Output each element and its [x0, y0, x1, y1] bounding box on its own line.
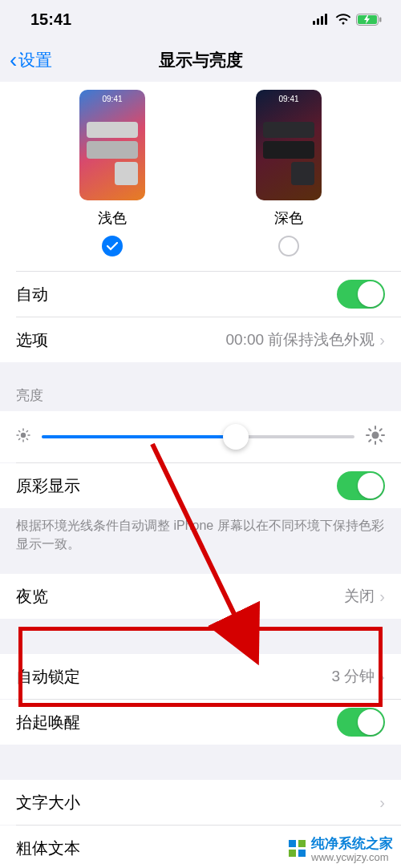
sun-large-icon	[366, 426, 385, 448]
true-tone-row: 原彩显示	[0, 463, 401, 508]
theme-row: 09:41 浅色 09:41 深色	[0, 82, 401, 271]
chevron-right-icon: ›	[379, 587, 385, 606]
watermark-url: www.ycwjzy.com	[311, 851, 393, 863]
svg-line-12	[19, 431, 20, 432]
svg-line-13	[26, 438, 27, 439]
brightness-header: 亮度	[0, 362, 401, 411]
wifi-icon	[335, 14, 351, 25]
true-tone-label: 原彩显示	[16, 475, 80, 497]
svg-rect-26	[289, 840, 296, 847]
nav-bar: ‹ 设置 显示与亮度	[0, 38, 401, 82]
chevron-right-icon: ›	[379, 793, 385, 812]
appearance-options-label: 选项	[16, 329, 48, 351]
sun-small-icon	[16, 428, 30, 446]
brightness-slider[interactable]	[42, 435, 354, 438]
status-right	[313, 14, 382, 26]
svg-rect-1	[317, 18, 319, 25]
battery-charging-icon	[356, 14, 382, 26]
true-tone-footer: 根据环境光线条件自动调整 iPhone 屏幕以在不同环境下保持色彩显示一致。	[0, 508, 401, 567]
svg-line-24	[380, 429, 382, 430]
annotation-highlight-box	[18, 627, 383, 707]
theme-light-preview: 09:41	[79, 90, 145, 200]
watermark-title: 纯净系统之家	[311, 836, 393, 851]
svg-line-22	[380, 440, 382, 442]
true-tone-toggle[interactable]	[337, 471, 385, 500]
svg-rect-2	[321, 16, 323, 25]
chevron-right-icon: ›	[379, 331, 385, 349]
theme-light-option[interactable]: 09:41 浅色	[79, 90, 145, 256]
svg-point-7	[21, 433, 26, 438]
theme-dark-preview: 09:41	[256, 90, 322, 200]
theme-dark-option[interactable]: 09:41 深色	[256, 90, 322, 256]
radio-unchecked-icon	[278, 236, 299, 256]
back-label: 设置	[18, 49, 52, 71]
content: 09:41 浅色 09:41 深色 自动	[0, 82, 401, 868]
auto-appearance-label: 自动	[16, 284, 48, 305]
raise-to-wake-toggle[interactable]	[337, 708, 385, 737]
text-size-label: 文字大小	[16, 792, 80, 813]
svg-point-16	[372, 432, 379, 439]
auto-appearance-toggle[interactable]	[337, 280, 385, 309]
auto-appearance-row: 自动	[0, 272, 401, 317]
raise-to-wake-label: 抬起唤醒	[16, 712, 80, 733]
theme-dark-label: 深色	[274, 208, 303, 228]
bold-text-label: 粗体文本	[16, 838, 80, 859]
watermark: 纯净系统之家 www.ycwjzy.com	[289, 834, 393, 863]
night-shift-label: 夜览	[16, 586, 48, 608]
appearance-group: 09:41 浅色 09:41 深色 自动	[0, 82, 401, 362]
text-size-row[interactable]: 文字大小 ›	[0, 780, 401, 825]
svg-rect-6	[379, 17, 382, 22]
svg-rect-28	[289, 850, 296, 857]
night-shift-detail: 关闭	[344, 586, 375, 607]
svg-rect-29	[298, 850, 306, 857]
theme-light-label: 浅色	[98, 208, 127, 228]
watermark-logo-icon	[289, 840, 306, 858]
svg-rect-3	[325, 14, 327, 25]
night-shift-row[interactable]: 夜览 关闭 ›	[0, 574, 401, 619]
slider-thumb[interactable]	[223, 424, 249, 450]
status-bar: 15:41	[0, 0, 401, 38]
radio-checked-icon	[102, 236, 123, 256]
svg-rect-27	[298, 840, 306, 847]
svg-line-15	[26, 431, 27, 432]
chevron-left-icon: ‹	[10, 49, 17, 71]
svg-line-23	[369, 440, 371, 442]
brightness-slider-row	[0, 411, 401, 462]
svg-line-14	[19, 438, 20, 439]
page-title: 显示与亮度	[159, 49, 243, 71]
appearance-options-detail: 00:00 前保持浅色外观	[226, 329, 375, 350]
appearance-options-row[interactable]: 选项 00:00 前保持浅色外观 ›	[0, 317, 401, 362]
back-button[interactable]: ‹ 设置	[10, 49, 52, 71]
svg-rect-0	[313, 21, 315, 25]
status-time: 15:41	[30, 10, 71, 29]
svg-line-21	[369, 429, 371, 430]
signal-icon	[313, 14, 330, 25]
